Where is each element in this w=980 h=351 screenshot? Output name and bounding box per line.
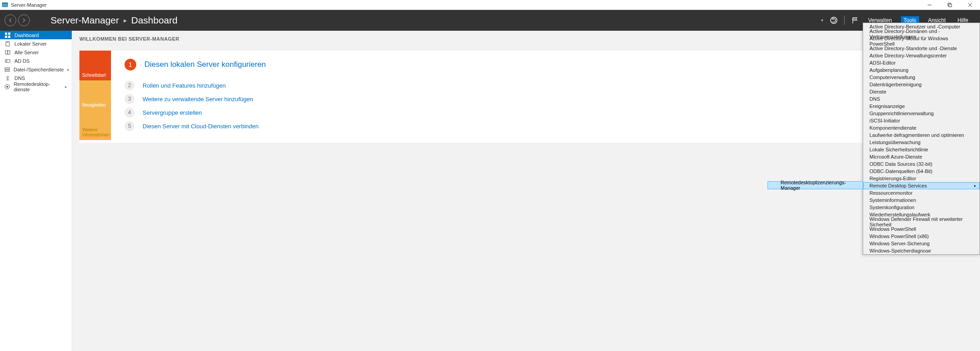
tools-item-label: Active Directory-Standorte und -Dienste — [869, 46, 957, 51]
svg-rect-19 — [5, 70, 9, 71]
sidebar-item-adds[interactable]: AD DS — [0, 56, 72, 65]
tools-item-label: Dienste — [869, 89, 886, 94]
tools-item[interactable]: Registrierungs-Editor — [863, 175, 980, 182]
tools-item[interactable]: Ressourcenmonitor — [863, 189, 980, 197]
tools-item[interactable]: Windows Server-Sicherung — [863, 240, 980, 247]
step-number: 1 — [125, 59, 136, 70]
tab-label: Schnellstart — [82, 73, 106, 78]
breadcrumb-current: Dashboard — [131, 15, 178, 26]
tools-item[interactable]: Windows Defender Firewall mit erweiterte… — [863, 218, 980, 225]
tools-item[interactable]: Computerverwaltung — [863, 74, 980, 81]
step-number: 2 — [125, 80, 134, 90]
tools-item[interactable]: Datenträgerbereinigung — [863, 81, 980, 88]
dropdown-icon[interactable]: ▾ — [821, 18, 823, 23]
tools-item-label: Microsoft Azure-Dienste — [869, 154, 922, 159]
tools-item-remote-desktop-services[interactable]: Remote Desktop Services▸ — [863, 182, 980, 189]
svg-point-7 — [831, 17, 837, 23]
tools-item-label: Remote Desktop Services — [869, 183, 927, 188]
step-configure-server[interactable]: 1 Diesen lokalen Server konfigurieren — [125, 59, 266, 70]
tools-item[interactable]: Windows PowerShell — [863, 225, 980, 233]
tools-item[interactable]: Gruppenrichtlinienverwaltung — [863, 110, 980, 117]
svg-point-24 — [6, 86, 8, 88]
sidebar-item-all-servers[interactable]: Alle Server — [0, 48, 72, 56]
tools-item[interactable]: Ereignisanzeige — [863, 103, 980, 110]
tools-item[interactable]: ADSI-Editor — [863, 59, 980, 66]
tools-item[interactable]: Laufwerke defragmentieren und optimieren — [863, 131, 980, 139]
sidebar-item-local-server[interactable]: Lokaler Server — [0, 39, 72, 48]
content-heading: WILLKOMMEN BEI SERVER-MANAGER — [72, 31, 980, 47]
svg-rect-15 — [8, 51, 10, 54]
tools-item[interactable]: Active Directory-Modul für Windows Power… — [863, 37, 980, 45]
minimize-button[interactable] — [919, 0, 939, 10]
tools-item[interactable]: ODBC-Datenquellen (64-Bit) — [863, 168, 980, 175]
tools-item[interactable]: Systemkonfiguration — [863, 204, 980, 211]
tools-item-label: Aufgabenplanung — [869, 67, 908, 73]
step-add-roles[interactable]: 2 Rollen und Features hinzufügen — [125, 80, 266, 90]
tools-item-label: Datenträgerbereinigung — [869, 82, 922, 87]
refresh-icon[interactable] — [830, 16, 838, 24]
storage-icon — [5, 67, 10, 72]
step-label: Rollen und Features hinzufügen — [143, 82, 226, 89]
tools-item[interactable]: Lokale Sicherheitsrichtlinie — [863, 146, 980, 153]
separator — [844, 16, 845, 25]
side-tabs: Schnellstart Neuigkeiten Weitere Informa… — [79, 51, 111, 143]
submenu-item-rd-licensing-manager[interactable]: Remotedesktoplizenzierungs-Manager — [768, 182, 863, 189]
flag-icon[interactable] — [851, 16, 859, 24]
close-button[interactable] — [960, 0, 980, 10]
servers-icon — [5, 50, 11, 55]
tools-item[interactable]: Leistungsüberwachung — [863, 139, 980, 146]
tools-item-label: Registrierungs-Editor — [869, 176, 916, 181]
window-title: Server-Manager — [11, 2, 46, 8]
step-label: Weitere zu verwaltende Server hinzufügen — [143, 96, 253, 103]
nav-back-button[interactable] — [5, 14, 16, 26]
chevron-right-icon: ▸ — [974, 183, 976, 188]
sidebar-item-label: Remotedesktop- dienste — [14, 81, 61, 92]
tools-item-label: Active Directory-Verwaltungscenter — [869, 53, 947, 58]
tools-item[interactable]: Windows PowerShell (x86) — [863, 233, 980, 240]
tools-item-label: Komponentendienste — [869, 125, 916, 131]
sidebar-item-label: Datei-/Speicherdienste — [14, 67, 64, 72]
tab-news[interactable]: Neuigkeiten — [79, 80, 111, 110]
tools-item[interactable]: Aufgabenplanung — [863, 66, 980, 74]
step-create-group[interactable]: 4 Servergruppe erstellen — [125, 108, 266, 117]
tab-more-info[interactable]: Weitere Informationen — [79, 110, 111, 140]
step-add-servers[interactable]: 3 Weitere zu verwaltende Server hinzufüg… — [125, 94, 266, 104]
tools-item-label: Lokale Sicherheitsrichtlinie — [869, 147, 928, 152]
tools-item[interactable]: iSCSI-Initiator — [863, 117, 980, 124]
tools-item[interactable]: Windows-Speicherdiagnose — [863, 247, 980, 254]
sidebar-item-dashboard[interactable]: Dashboard — [0, 31, 72, 39]
tools-item[interactable]: Dienste — [863, 88, 980, 95]
tools-item[interactable]: Microsoft Azure-Dienste — [863, 153, 980, 160]
tools-item-label: Windows PowerShell (x86) — [869, 234, 929, 239]
steps-list: 1 Diesen lokalen Server konfigurieren 2 … — [111, 51, 279, 143]
tools-item[interactable]: Active Directory-Verwaltungscenter — [863, 52, 980, 59]
tools-item[interactable]: Systeminformationen — [863, 197, 980, 204]
tools-item-label: Leistungsüberwachung — [869, 140, 920, 145]
breadcrumb-root[interactable]: Server-Manager — [51, 15, 119, 26]
tab-quickstart[interactable]: Schnellstart — [79, 51, 111, 80]
chevron-right-icon: ▸ — [65, 84, 67, 89]
tools-item[interactable]: ODBC Data Sources (32-bit) — [863, 160, 980, 168]
svg-rect-4 — [949, 4, 952, 7]
maximize-button[interactable] — [939, 0, 960, 10]
sidebar-item-label: Lokaler Server — [14, 41, 47, 47]
step-cloud-connect[interactable]: 5 Diesen Server mit Cloud-Diensten verbi… — [125, 121, 266, 131]
sidebar-item-label: AD DS — [14, 58, 30, 64]
tools-submenu: Remotedesktoplizenzierungs-Manager — [767, 181, 863, 189]
dns-icon — [5, 75, 11, 81]
content-area: WILLKOMMEN BEI SERVER-MANAGER Schnellsta… — [72, 31, 980, 351]
sidebar-item-file-storage[interactable]: Datei-/Speicherdienste ▸ — [0, 65, 72, 74]
tools-item-label: ODBC-Datenquellen (64-Bit) — [869, 168, 932, 174]
tools-item[interactable]: DNS — [863, 95, 980, 103]
tools-item[interactable]: Komponentendienste — [863, 124, 980, 131]
tools-item-label: Computerverwaltung — [869, 75, 915, 80]
tools-item-label: Ressourcenmonitor — [869, 190, 912, 196]
tools-item-label: iSCSI-Initiator — [869, 118, 900, 123]
nav-forward-button[interactable] — [18, 14, 30, 26]
tools-item[interactable]: Active Directory-Standorte und -Dienste — [863, 45, 980, 52]
sidebar-item-remote-desktop[interactable]: Remotedesktop- dienste ▸ — [0, 82, 72, 91]
step-number: 3 — [125, 94, 134, 104]
remote-desktop-icon — [5, 84, 10, 89]
tab-label: Weitere Informationen — [82, 127, 110, 137]
breadcrumb: Server-Manager ▸ Dashboard — [51, 15, 177, 26]
